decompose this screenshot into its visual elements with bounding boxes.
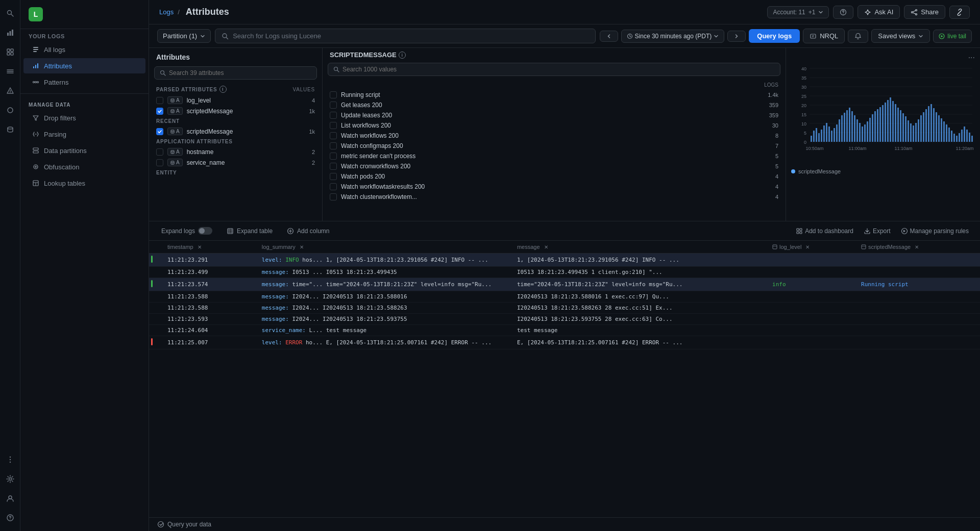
next-time-button[interactable]	[727, 31, 746, 42]
close-timestamp-col[interactable]: ✕	[198, 244, 202, 250]
attributes-search[interactable]	[154, 66, 317, 80]
account-badge[interactable]: Account: 11 +1	[767, 6, 829, 18]
nav-icon-settings[interactable]	[2, 471, 18, 487]
attr-checkbox-recent-scripted[interactable]	[156, 128, 163, 135]
table-row[interactable]: 11:21:23.588 message: I2024... I20240513…	[149, 291, 980, 302]
parsed-attr-info-icon[interactable]: i	[219, 86, 227, 93]
prev-time-button[interactable]	[600, 31, 618, 42]
table-row[interactable]: 11:21:23.291 level: INFO hos... 1, [2024…	[149, 254, 980, 267]
value-checkbox-watch-configmaps[interactable]	[330, 142, 337, 149]
value-checkbox-get-leases[interactable]	[330, 102, 337, 109]
sidebar-item-lookup-tables[interactable]: Lookup tables	[23, 175, 145, 191]
value-row-watch-pods[interactable]: Watch pods 200 4	[323, 171, 786, 182]
export-item[interactable]: Export	[861, 226, 894, 236]
value-row-get-leases[interactable]: Get leases 200 359	[323, 100, 786, 110]
value-checkbox-watch-workflowtaskresults[interactable]	[330, 183, 337, 190]
nav-icon-user[interactable]	[2, 490, 18, 507]
nav-icon-grid[interactable]	[2, 44, 18, 60]
sidebar-item-obfuscation[interactable]: Obfuscation	[23, 159, 145, 174]
value-row-watch-workflowtaskresults[interactable]: Watch workflowtaskresults 200 4	[323, 182, 786, 192]
sidebar-item-parsing[interactable]: Parsing	[23, 127, 145, 142]
query-data-button[interactable]: Query your data	[157, 521, 211, 528]
value-checkbox-watch-cronworkflows[interactable]	[330, 163, 337, 170]
value-row-running-script[interactable]: Running script 1.4k	[323, 90, 786, 100]
table-row[interactable]: 11:21:24.604 service_name: L... test mes…	[149, 325, 980, 336]
nav-icon-more[interactable]	[2, 451, 18, 468]
table-row[interactable]: 11:21:23.499 message: I0513 ... I0513 18…	[149, 267, 980, 278]
sidebar-item-all-logs[interactable]: All logs	[23, 42, 145, 57]
close-scripted-message-col[interactable]: ✕	[915, 244, 919, 250]
nav-icon-bar-chart[interactable]	[2, 24, 18, 41]
value-row-watch-clusterworkflow[interactable]: Watch clusterworkflowtem... 4	[323, 192, 786, 202]
nav-icon-circle[interactable]	[2, 102, 18, 118]
value-checkbox-metric-sender[interactable]	[330, 153, 337, 160]
sidebar-item-attributes[interactable]: Attributes	[23, 58, 145, 73]
value-row-watch-configmaps[interactable]: Watch configmaps 200 7	[323, 141, 786, 151]
th-log-level[interactable]: log_level ✕	[766, 241, 855, 254]
help-button[interactable]	[833, 6, 853, 19]
close-log-summary-col[interactable]: ✕	[300, 244, 304, 250]
manage-parsing-item[interactable]: Manage parsing rules	[898, 226, 972, 236]
share-button[interactable]: Share	[904, 5, 945, 19]
th-log-summary[interactable]: log_summary ✕	[256, 241, 511, 254]
close-log-level-col[interactable]: ✕	[805, 244, 810, 250]
nav-icon-help[interactable]	[2, 510, 18, 526]
live-tail-button[interactable]: live tail	[933, 30, 972, 43]
value-checkbox-watch-clusterworkflow[interactable]	[330, 193, 337, 200]
sidebar-item-data-partitions[interactable]: Data partitions	[23, 143, 145, 158]
value-row-metric-sender[interactable]: metric sender can't process 5	[323, 151, 786, 161]
chart-options-button[interactable]: ···	[968, 53, 975, 62]
saved-views-button[interactable]: Saved views	[871, 29, 930, 43]
attr-checkbox-service-name[interactable]	[156, 159, 163, 166]
sidebar-item-drop-filters[interactable]: Drop filters	[23, 110, 145, 125]
attr-checkbox-hostname[interactable]	[156, 148, 163, 156]
value-row-watch-workflows[interactable]: Watch workflows 200 8	[323, 131, 786, 141]
breadcrumb-link[interactable]: Logs	[159, 8, 174, 16]
value-checkbox-update-leases[interactable]	[330, 112, 337, 119]
nav-icon-list[interactable]	[2, 63, 18, 80]
values-info-icon[interactable]: i	[399, 52, 406, 59]
table-row[interactable]: 11:21:23.593 message: I2024... I20240513…	[149, 314, 980, 325]
time-range-selector[interactable]: Since 30 minutes ago (PDT)	[621, 30, 725, 43]
nav-icon-database[interactable]	[2, 121, 18, 138]
link-button[interactable]	[949, 6, 970, 19]
attr-checkbox-scripted-message[interactable]	[156, 108, 163, 115]
ask-ai-button[interactable]: Ask AI	[857, 5, 900, 19]
table-row[interactable]: 11:21:25.007 level: ERROR ho... E, [2024…	[149, 336, 980, 349]
th-scripted-message[interactable]: scriptedMessage ✕	[855, 241, 980, 254]
value-checkbox-list-workflows[interactable]	[330, 122, 337, 129]
value-row-list-workflows[interactable]: List workflows 200 30	[323, 120, 786, 131]
value-checkbox-watch-workflows[interactable]	[330, 132, 337, 139]
th-message[interactable]: message ✕	[511, 241, 766, 254]
value-row-update-leases[interactable]: Update leases 200 359	[323, 110, 786, 120]
table-row[interactable]: 11:21:23.588 message: I2024... I20240513…	[149, 302, 980, 314]
partition-selector[interactable]: Partition (1)	[157, 29, 211, 43]
values-search-input[interactable]	[342, 66, 775, 73]
attr-row-log-level[interactable]: A log_level 4	[149, 95, 322, 106]
expand-logs-toggle[interactable]	[198, 227, 212, 235]
table-row[interactable]: 11:21:23.574 message: time="... time="20…	[149, 278, 980, 291]
expand-table-item[interactable]: Expand table	[223, 226, 277, 236]
th-timestamp[interactable]: timestamp ✕	[161, 241, 256, 254]
values-search[interactable]	[328, 63, 780, 76]
value-checkbox-watch-pods[interactable]	[330, 173, 337, 180]
expand-logs-item[interactable]: Expand logs	[157, 225, 216, 236]
close-message-col[interactable]: ✕	[544, 244, 548, 250]
attr-row-hostname[interactable]: A hostname 2	[149, 146, 322, 157]
notification-button[interactable]	[848, 30, 868, 43]
sidebar-item-patterns[interactable]: Patterns	[23, 74, 145, 90]
query-logs-button[interactable]: Query logs	[749, 29, 800, 43]
attributes-search-input[interactable]	[169, 69, 311, 77]
add-column-item[interactable]: Add column	[283, 226, 333, 236]
search-input[interactable]	[215, 29, 595, 43]
value-row-watch-cronworkflows[interactable]: Watch cronworkflows 200 5	[323, 161, 786, 171]
attr-row-service-name[interactable]: A service_name 2	[149, 157, 322, 168]
attr-row-recent-scripted-message[interactable]: A scriptedMessage 1k	[149, 126, 322, 137]
add-to-dashboard-item[interactable]: Add to dashboard	[793, 226, 856, 236]
value-checkbox-running-script[interactable]	[330, 91, 337, 98]
nav-icon-search[interactable]	[2, 5, 18, 21]
lucene-search-field[interactable]	[233, 32, 589, 40]
nrql-button[interactable]: NRQL	[803, 29, 845, 43]
nav-icon-alert[interactable]	[2, 83, 18, 99]
attr-checkbox-log-level[interactable]	[156, 97, 163, 104]
